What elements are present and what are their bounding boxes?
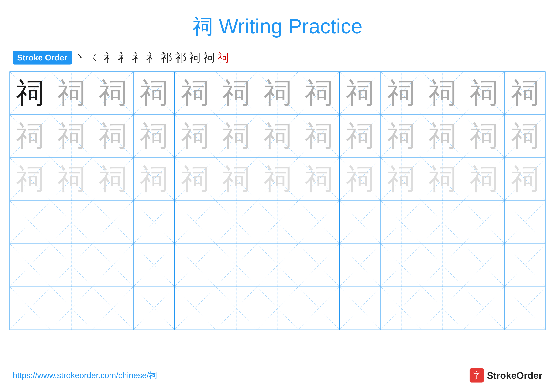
grid-cell-r1-c13: 祠 <box>504 72 546 114</box>
practice-char-vlight: 祠 <box>140 165 168 193</box>
svg-line-112 <box>175 244 216 286</box>
grid-cell-r3-c9: 祠 <box>340 158 381 200</box>
grid-cell-r5-c9 <box>340 244 381 286</box>
svg-line-126 <box>463 244 504 286</box>
practice-char-light: 祠 <box>181 122 210 150</box>
stroke-order-badge: Stroke Order <box>13 51 72 64</box>
grid-cell-r2-c5: 祠 <box>175 115 216 157</box>
practice-char-vlight: 祠 <box>346 165 374 193</box>
svg-line-82 <box>92 201 133 243</box>
grid-cell-r5-c8 <box>298 244 340 286</box>
grid-cell-r1-c2: 祠 <box>51 72 92 114</box>
practice-char-dark: 祠 <box>16 79 44 107</box>
practice-char-guide: 祠 <box>346 79 374 107</box>
footer-url: https://www.strokeorder.com/chinese/祠 <box>13 370 157 381</box>
svg-line-124 <box>422 244 463 286</box>
practice-char-vlight: 祠 <box>511 165 540 193</box>
svg-line-81 <box>51 201 92 243</box>
practice-char-light: 祠 <box>99 122 127 150</box>
grid-cell-r4-c12 <box>463 201 505 243</box>
svg-line-101 <box>463 201 504 243</box>
practice-char-light: 祠 <box>16 122 44 150</box>
svg-line-120 <box>340 244 381 286</box>
grid-cell-r6-c10 <box>381 287 422 329</box>
practice-char-light: 祠 <box>387 122 416 150</box>
stroke-6: 礻 <box>146 50 158 65</box>
svg-line-131 <box>10 287 51 329</box>
svg-line-152 <box>463 287 504 329</box>
grid-cell-r3-c11: 祠 <box>422 158 463 200</box>
grid-cell-r1-c9: 祠 <box>340 72 381 114</box>
practice-char-vlight: 祠 <box>470 165 498 193</box>
svg-line-123 <box>381 244 422 286</box>
svg-line-79 <box>10 201 51 243</box>
svg-line-132 <box>51 287 92 329</box>
practice-char-guide: 祠 <box>511 79 540 107</box>
grid-cell-r1-c12: 祠 <box>463 72 505 114</box>
logo-label: StrokeOrder <box>487 370 542 381</box>
svg-line-106 <box>51 244 92 286</box>
grid-cell-r2-c10: 祠 <box>381 115 422 157</box>
grid-cell-r5-c12 <box>463 244 505 286</box>
grid-cell-r4-c9 <box>340 201 381 243</box>
svg-line-90 <box>257 201 298 243</box>
footer: https://www.strokeorder.com/chinese/祠 字 … <box>0 368 555 383</box>
svg-line-153 <box>463 287 504 329</box>
svg-line-145 <box>298 287 339 329</box>
svg-line-84 <box>133 201 175 243</box>
svg-line-108 <box>92 244 133 286</box>
grid-row-2: 祠 祠 祠 祠 祠 祠 祠 祠 <box>10 115 545 158</box>
grid-cell-r3-c10: 祠 <box>381 158 422 200</box>
svg-line-93 <box>298 201 339 243</box>
grid-cell-r4-c1 <box>10 201 51 243</box>
practice-char-vlight: 祠 <box>222 165 251 193</box>
practice-char-guide: 祠 <box>305 79 333 107</box>
grid-cell-r2-c7: 祠 <box>257 115 299 157</box>
grid-cell-r4-c3 <box>92 201 133 243</box>
practice-grid: 祠 祠 祠 祠 祠 祠 祠 祠 <box>9 71 546 330</box>
svg-line-115 <box>216 244 257 286</box>
practice-char-guide: 祠 <box>263 79 292 107</box>
svg-line-118 <box>298 244 339 286</box>
page-title: 祠 Writing Practice <box>193 15 362 38</box>
svg-line-114 <box>216 244 257 286</box>
svg-line-85 <box>133 201 175 243</box>
svg-line-149 <box>381 287 422 329</box>
svg-line-151 <box>422 287 463 329</box>
grid-cell-r2-c12: 祠 <box>463 115 505 157</box>
svg-line-129 <box>504 244 546 286</box>
grid-cell-r4-c5 <box>175 201 216 243</box>
grid-cell-r3-c2: 祠 <box>51 158 92 200</box>
grid-row-4 <box>10 201 545 244</box>
svg-line-89 <box>216 201 257 243</box>
svg-line-87 <box>175 201 216 243</box>
svg-line-80 <box>51 201 92 243</box>
svg-line-140 <box>216 287 257 329</box>
grid-cell-r1-c1: 祠 <box>10 72 51 114</box>
grid-cell-r1-c10: 祠 <box>381 72 422 114</box>
grid-cell-r5-c3 <box>92 244 133 286</box>
svg-line-148 <box>381 287 422 329</box>
svg-line-110 <box>133 244 175 286</box>
practice-char-guide: 祠 <box>470 79 498 107</box>
svg-line-91 <box>257 201 298 243</box>
practice-char-guide: 祠 <box>181 79 210 107</box>
title-character: 祠 <box>193 15 213 38</box>
svg-line-99 <box>422 201 463 243</box>
logo-char: 字 <box>472 369 481 381</box>
grid-cell-r3-c7: 祠 <box>257 158 299 200</box>
svg-line-133 <box>51 287 92 329</box>
practice-char-guide: 祠 <box>387 79 416 107</box>
stroke-10: 祠 <box>203 50 215 65</box>
grid-row-1: 祠 祠 祠 祠 祠 祠 祠 祠 <box>10 72 545 115</box>
grid-cell-r4-c11 <box>422 201 463 243</box>
svg-line-137 <box>133 287 175 329</box>
grid-cell-r2-c2: 祠 <box>51 115 92 157</box>
grid-cell-r3-c6: 祠 <box>216 158 257 200</box>
svg-line-138 <box>175 287 216 329</box>
svg-line-128 <box>504 244 546 286</box>
grid-cell-r5-c13 <box>504 244 546 286</box>
svg-line-97 <box>381 201 422 243</box>
svg-line-78 <box>10 201 51 243</box>
grid-cell-r5-c10 <box>381 244 422 286</box>
